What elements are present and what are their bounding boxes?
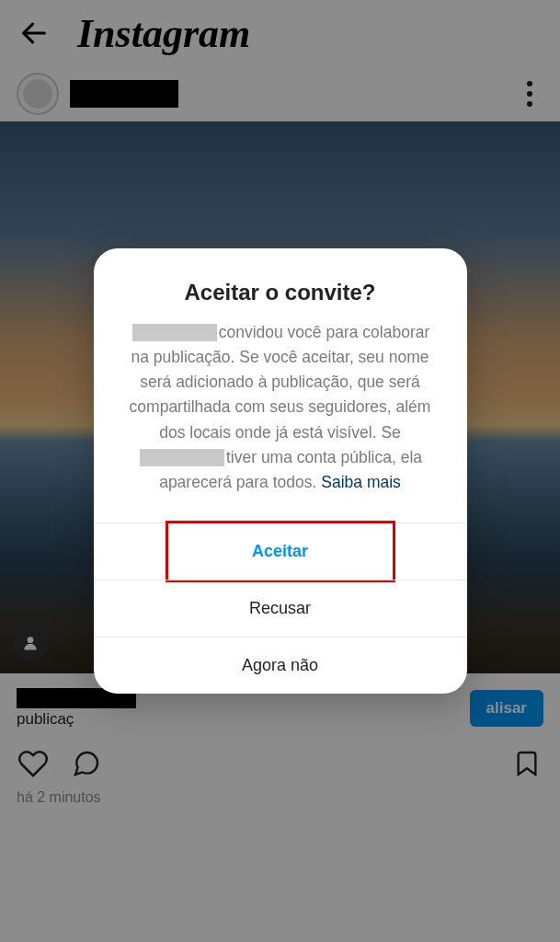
collab-invite-dialog: Aceitar o convite? convidou você para co… <box>94 248 467 694</box>
highlight-rectangle: Aceitar <box>166 521 395 582</box>
not-now-button[interactable]: Agora não <box>94 637 467 694</box>
decline-button[interactable]: Recusar <box>94 580 467 637</box>
accept-option-wrap: Aceitar <box>94 523 467 582</box>
dialog-body: convidou você para colaborar na publicaç… <box>94 320 467 523</box>
inviter-name-redacted-2 <box>140 449 224 466</box>
accept-button[interactable]: Aceitar <box>168 523 393 580</box>
inviter-name-redacted <box>132 324 217 341</box>
learn-more-link[interactable]: Saiba mais <box>321 473 401 491</box>
dialog-title: Aceitar o convite? <box>94 248 467 320</box>
